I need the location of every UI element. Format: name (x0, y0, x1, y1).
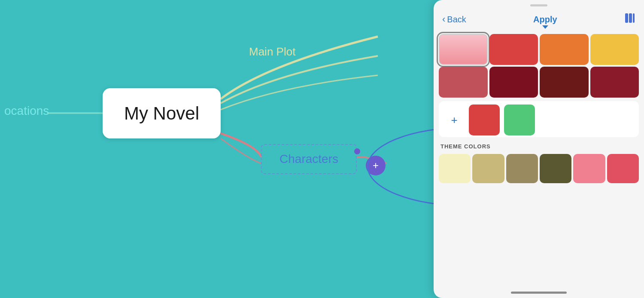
characters-dot (354, 148, 360, 154)
theme-color-swatch-theme-olive[interactable] (540, 154, 571, 183)
top-color-swatch-orange[interactable] (540, 34, 589, 65)
apply-label: Apply (533, 15, 557, 24)
back-label: Back (447, 15, 466, 25)
my-novel-label: My Novel (124, 103, 199, 124)
svg-rect-1 (629, 13, 632, 23)
apply-arrow (542, 25, 548, 29)
theme-color-swatch-theme-cream[interactable] (439, 154, 471, 183)
theme-color-swatch-theme-khaki[interactable] (506, 154, 538, 183)
back-button[interactable]: ‹ Back (442, 14, 466, 25)
home-indicator (511, 292, 567, 294)
panel-header: ‹ Back Apply (434, 6, 644, 31)
recent-colors-row: + (439, 101, 639, 137)
plus-icon: + (373, 160, 379, 172)
top-color-swatch-dark-red[interactable] (489, 67, 538, 98)
plus-icon: + (451, 114, 457, 126)
svg-rect-2 (633, 13, 635, 23)
recent-color-green[interactable] (504, 104, 535, 135)
locations-label: ocations (4, 104, 49, 118)
characters-node[interactable]: Characters (261, 144, 357, 174)
grid-view-button[interactable] (624, 12, 635, 26)
back-chevron-icon: ‹ (442, 14, 445, 25)
top-color-grid (434, 31, 644, 99)
recent-color-red[interactable] (469, 104, 500, 135)
characters-label: Characters (279, 152, 338, 166)
top-color-swatch-yellow-partial[interactable] (590, 34, 639, 65)
add-color-button[interactable]: + (444, 114, 465, 127)
top-color-swatch-pink-dark[interactable] (439, 67, 488, 98)
top-color-swatch-maroon[interactable] (590, 67, 639, 98)
theme-color-swatch-theme-tan[interactable] (472, 154, 504, 183)
svg-rect-0 (625, 13, 628, 23)
main-plot-label: Main Plot (249, 45, 295, 58)
theme-color-swatch-theme-pink[interactable] (573, 154, 605, 183)
apply-button[interactable]: Apply (533, 15, 557, 25)
theme-colors-label: THEME COLORS (434, 139, 644, 152)
top-color-swatch-pink-light[interactable] (439, 34, 488, 65)
top-color-swatch-dark-brown[interactable] (540, 67, 589, 98)
color-panel: ‹ Back Apply + THEME COLORS (434, 0, 644, 298)
top-color-swatch-red-mid[interactable] (489, 34, 538, 65)
theme-color-swatch-theme-red-light[interactable] (607, 154, 639, 183)
add-child-button[interactable]: + (366, 156, 386, 175)
my-novel-node[interactable]: My Novel (103, 88, 221, 138)
theme-color-grid (434, 152, 644, 185)
